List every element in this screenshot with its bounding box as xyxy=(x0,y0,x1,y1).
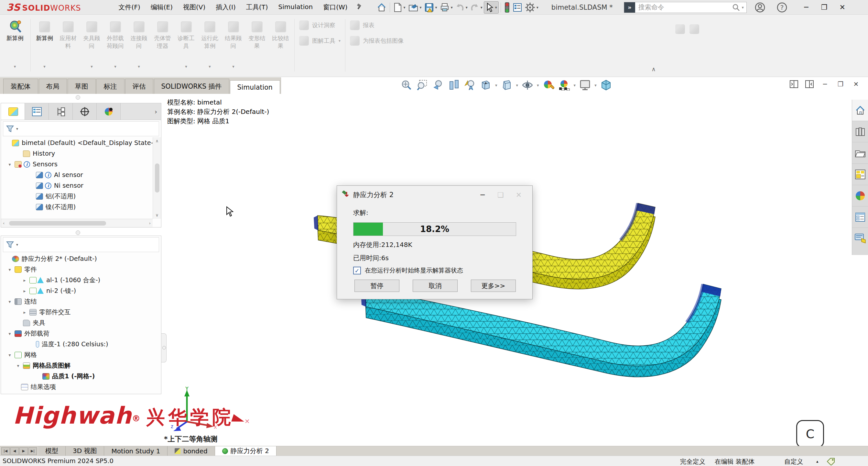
restore-button[interactable]: ❐ xyxy=(815,1,833,14)
apply-scene-caret[interactable]: ▾ xyxy=(574,83,576,88)
task-pane-appearances[interactable] xyxy=(852,185,868,206)
new-document-button[interactable]: ▾ xyxy=(392,2,407,13)
ribbon-button[interactable]: 新算例 ▾ xyxy=(33,18,56,73)
panel-flyout-handle[interactable] xyxy=(161,333,166,362)
study-tree-row[interactable]: ▾ 网格 xyxy=(1,349,161,360)
expand-arrow[interactable]: ▾ xyxy=(5,162,14,167)
apply-scene-button[interactable] xyxy=(558,79,571,92)
display-style-button[interactable] xyxy=(500,79,513,92)
save-button[interactable]: ▾ xyxy=(423,2,438,13)
ribbon-button[interactable]: 运行此算例 ▾ xyxy=(198,18,221,73)
custom-toolbar-selector[interactable]: 自定义 xyxy=(784,457,803,466)
command-search[interactable]: » 搜索命令 ▾ xyxy=(624,2,747,13)
task-pane-design-library[interactable] xyxy=(852,121,868,142)
ribbon-button[interactable]: 壳体管理器 ▾ xyxy=(151,18,174,73)
ribbon-collapse-button[interactable]: ∧ xyxy=(646,64,661,74)
menu-item[interactable]: 文件(F) xyxy=(114,0,146,14)
properties-button[interactable] xyxy=(511,2,524,13)
study-tree-row[interactable]: ▾ 外部载荷 xyxy=(1,328,161,339)
study-tab[interactable]: Motion Study 1 xyxy=(104,446,167,456)
dialog-title-bar[interactable]: 静应力分析 2 ─ ❑ ✕ xyxy=(337,186,532,204)
study-tree-row[interactable]: ▾ 连结 xyxy=(1,296,161,307)
options-button[interactable]: ▾ xyxy=(524,1,540,13)
study-tree-row[interactable]: ▸ 零部件交互 xyxy=(1,307,161,317)
command-tab[interactable]: SOLIDWORKS 插件 xyxy=(154,79,229,94)
zoom-area-button[interactable] xyxy=(416,79,429,92)
expand-arrow[interactable]: ▸ xyxy=(20,310,29,315)
dialog-minimize-button[interactable]: ─ xyxy=(473,191,492,199)
study-tree-row[interactable]: 夹具 xyxy=(1,317,161,328)
report-button[interactable]: 报表 xyxy=(350,20,404,30)
study-tree-row[interactable]: 品质1 (-网格-) xyxy=(1,371,161,382)
menu-item[interactable]: 编辑(E) xyxy=(146,0,178,14)
dialog-close-button[interactable]: ✕ xyxy=(510,191,528,199)
redo-button[interactable]: ▾ xyxy=(469,2,484,12)
study-tree-row[interactable]: 静应力分析 2* (-Default-) xyxy=(1,253,161,264)
search-icon[interactable] xyxy=(732,4,740,11)
ribbon-button[interactable]: 诊断工具 ▾ xyxy=(174,18,198,73)
hide-show-items-button[interactable] xyxy=(521,79,534,92)
menu-item[interactable]: 插入(I) xyxy=(211,0,241,14)
study-tab[interactable]: 模型 xyxy=(38,446,66,456)
include-image-button[interactable]: 为报表包括图像 xyxy=(350,36,404,46)
task-pane-resources[interactable] xyxy=(852,228,868,249)
tab-feature-tree[interactable] xyxy=(1,103,25,120)
panel-splitter-handle[interactable] xyxy=(76,95,80,100)
view-orientation-caret[interactable]: ▾ xyxy=(495,83,497,88)
pin-icon[interactable] xyxy=(356,4,363,11)
expand-arrow[interactable]: ▾ xyxy=(5,267,14,272)
study-tree-row[interactable]: 结果选项 xyxy=(1,382,161,392)
command-tab[interactable]: 评估 xyxy=(125,79,153,94)
close-button[interactable]: ✕ xyxy=(833,1,851,14)
expand-arrow[interactable]: ▾ xyxy=(5,299,14,304)
task-pane-view-palette[interactable] xyxy=(852,164,868,185)
menu-item[interactable]: 视图(V) xyxy=(178,0,211,14)
tree-row[interactable]: i 镍(不适用) xyxy=(1,202,161,212)
plastics-icon[interactable] xyxy=(689,24,699,34)
command-tab[interactable]: Simulation xyxy=(230,80,280,94)
tree-filter-bar[interactable]: ▾ xyxy=(3,121,159,136)
custom-caret-icon[interactable]: ▴ xyxy=(816,459,818,464)
pane-left-icon[interactable] xyxy=(789,79,799,89)
tab-dimxpert[interactable] xyxy=(73,103,97,120)
minimize-button[interactable]: ─ xyxy=(797,1,815,14)
pane-right-icon[interactable] xyxy=(805,79,814,89)
tab-scroll-first[interactable]: |◀ xyxy=(1,447,10,455)
previous-view-button[interactable] xyxy=(432,79,445,92)
section-view-button[interactable] xyxy=(447,79,461,92)
new-study-button[interactable]: 新算例 ▾ xyxy=(1,18,28,73)
hide-show-caret[interactable]: ▾ xyxy=(537,83,539,88)
study-tab[interactable]: 静应力分析 2 xyxy=(215,446,277,456)
tab-scroll-prev[interactable]: ◀ xyxy=(10,447,19,455)
command-tab[interactable]: 布局 xyxy=(39,79,67,94)
home-button[interactable] xyxy=(375,2,388,13)
account-icon[interactable] xyxy=(754,2,766,13)
study-tree-row[interactable]: ▸ al-1 (-1060 合金-) xyxy=(1,275,161,285)
graphics-viewport[interactable]: 模型名称: bimetal 算例名称: 静应力分析 2(-Default-) 图… xyxy=(0,94,868,446)
command-tab[interactable]: 标注 xyxy=(96,79,125,94)
view-orientation-button[interactable] xyxy=(479,79,492,92)
tree-horizontal-scrollbar[interactable]: ‹› xyxy=(1,219,153,227)
view-settings-caret[interactable]: ▾ xyxy=(594,83,597,88)
search-caret[interactable]: ▾ xyxy=(742,5,744,10)
search-input[interactable]: 搜索命令 xyxy=(635,3,732,12)
study-tree-row[interactable]: ▾ 网格品质图解 xyxy=(1,360,161,371)
help-icon[interactable]: ? xyxy=(776,2,787,13)
interference-check-button[interactable] xyxy=(503,1,511,14)
ribbon-button[interactable]: 比较结果 ▾ xyxy=(269,18,292,73)
tab-scroll-next[interactable]: ▶ xyxy=(20,447,28,455)
view-settings-button[interactable] xyxy=(579,79,591,92)
select-tool-button[interactable]: ▾ xyxy=(484,1,499,13)
tree-row[interactable]: i History xyxy=(1,148,161,159)
study-filter-bar[interactable]: ▾ xyxy=(3,237,159,252)
command-tab[interactable]: 草图 xyxy=(68,79,96,94)
study-tree-row[interactable]: ▾ 零件 xyxy=(1,264,161,275)
tab-scroll-last[interactable]: ▶| xyxy=(28,447,37,455)
expand-arrow[interactable]: ▸ xyxy=(20,288,29,293)
command-tab[interactable]: 装配体 xyxy=(3,79,38,94)
tree-row[interactable]: i Ni sensor xyxy=(1,180,161,191)
open-button[interactable]: ▾ xyxy=(407,2,423,13)
viewport-close-icon[interactable]: ✕ xyxy=(851,79,861,89)
expand-arrow[interactable]: ▾ xyxy=(14,363,22,368)
menu-item[interactable]: 窗口(W) xyxy=(318,0,352,14)
